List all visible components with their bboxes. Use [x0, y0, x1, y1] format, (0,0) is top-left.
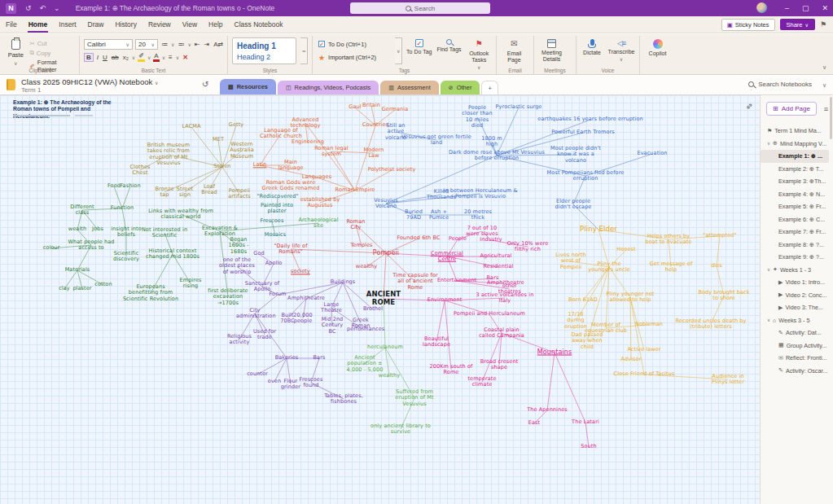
mindmap-node[interactable]: Frescoes: [261, 218, 284, 224]
tab-other[interactable]: ⊘Other: [441, 81, 480, 94]
menu-file[interactable]: File: [0, 16, 23, 33]
back-icon[interactable]: ↺: [25, 4, 32, 12]
mindmap-node[interactable]: Beautiful landscape: [417, 336, 456, 348]
mindmap-node[interactable]: Environment: [423, 297, 466, 303]
mindmap-node[interactable]: dies: [711, 263, 722, 269]
strikethrough-button[interactable]: ab: [111, 54, 120, 61]
mindmap-node[interactable]: Modern Law: [361, 147, 387, 160]
menu-review[interactable]: Review: [142, 16, 177, 33]
mindmap-node[interactable]: Commercial Centre: [426, 251, 468, 263]
mindmap-node[interactable]: Pyroclastic surge: [485, 104, 552, 110]
mindmap-node[interactable]: wealthy: [379, 373, 400, 379]
mindmap-node[interactable]: counter: [247, 371, 268, 377]
mindmap-node[interactable]: only ancient library to survive: [363, 423, 438, 436]
mindmap-node[interactable]: Historical context changed mid 1800s: [139, 248, 206, 261]
mindmap-node[interactable]: Gaul: [349, 104, 361, 110]
page-list-item[interactable]: Example 7: ⊕ Fr...: [761, 226, 829, 239]
outdent-button[interactable]: ⇤: [194, 41, 201, 48]
page-list-item[interactable]: Example 8: ⊕ ?...: [761, 239, 829, 252]
copy-button[interactable]: ⧉Copy: [30, 49, 76, 57]
mindmap-node[interactable]: wealthy: [356, 264, 377, 270]
mindmap-node[interactable]: Vesuvius Volcano: [369, 198, 403, 210]
mindmap-node[interactable]: Excavation & Exploration: [199, 226, 241, 238]
mindmap-node[interactable]: Buildings: [331, 279, 356, 285]
add-page-button[interactable]: ⊞ Add Page: [766, 102, 817, 116]
mindmap-node[interactable]: Main language: [274, 160, 308, 172]
mindmap-node[interactable]: Mountains: [537, 349, 572, 357]
mindmap-node[interactable]: Agricultural: [479, 253, 513, 259]
mindmap-node[interactable]: Entertainment: [432, 278, 482, 283]
dictate-button[interactable]: Dictate: [581, 37, 603, 56]
mindmap-node[interactable]: Temples: [350, 243, 372, 248]
mindmap-node[interactable]: Tables, plates, fishbones: [318, 393, 369, 405]
mindmap-node[interactable]: Getty: [229, 122, 243, 128]
chevron-down-icon[interactable]: ∨: [767, 318, 770, 322]
mindmap-node[interactable]: 3 active volcanoes in Italy: [471, 292, 538, 305]
sidebar-scrollbar[interactable]: [830, 97, 832, 139]
mindmap-node[interactable]: Britain: [362, 103, 380, 108]
menu-view[interactable]: View: [177, 16, 203, 33]
mindmap-node[interactable]: Amphitheatre: [287, 296, 325, 301]
mindmap-node[interactable]: herculaneum: [360, 344, 410, 350]
numbering-button[interactable]: ≕: [177, 41, 185, 48]
cut-button[interactable]: ✂Cut: [30, 40, 76, 47]
mindmap-node[interactable]: Evacuation: [637, 151, 667, 156]
page-list-item[interactable]: ▶Video 3: The...: [761, 301, 829, 314]
mindmap-node[interactable]: People: [449, 236, 467, 242]
menu-home[interactable]: Home: [23, 16, 54, 33]
mindmap-node[interactable]: Latin: [253, 162, 267, 168]
mindmap-node[interactable]: Killed Thousands: [420, 189, 463, 201]
avatar[interactable]: [756, 2, 767, 13]
mindmap-node[interactable]: What people had access to: [67, 239, 116, 252]
mindmap-node[interactable]: Buried 79AD: [398, 209, 429, 221]
mindmap-node[interactable]: Pompeii and Herculaneum: [452, 311, 527, 317]
share-button[interactable]: Share ∨: [780, 19, 815, 30]
mindmap-node[interactable]: Pompeii artifacts: [222, 188, 256, 200]
format-options-button[interactable]: A⇄: [213, 41, 224, 48]
mindmap-node[interactable]: Germania: [382, 107, 409, 112]
font-size-select[interactable]: 20∨: [135, 39, 158, 50]
undo-icon[interactable]: ↺: [202, 80, 208, 89]
mindmap-node[interactable]: Audience in Plinys letter: [707, 374, 749, 386]
menu-help[interactable]: Help: [203, 16, 228, 33]
clear-formatting-button[interactable]: ✕: [182, 54, 189, 61]
page-list-item[interactable]: ✎Activity: Dat...: [761, 327, 829, 340]
mindmap-node[interactable]: The Latari: [571, 419, 600, 425]
mindmap-node[interactable]: Archaeological site: [297, 217, 340, 230]
mindmap-node[interactable]: Advisor: [621, 357, 642, 362]
mindmap-node[interactable]: Ash + Pumice: [426, 209, 452, 221]
notebook-title[interactable]: Class 2025 09HIC12 (VWA) Notebook ∨: [21, 77, 158, 86]
mindmap-node[interactable]: Dark dome rose above Mt Vesuvius before …: [443, 150, 550, 162]
underline-button[interactable]: U: [102, 54, 108, 61]
heading1-style[interactable]: Heading 1: [237, 42, 292, 50]
mindmap-node[interactable]: Jobs: [92, 226, 103, 232]
chevron-down-icon[interactable]: ∨: [767, 141, 770, 146]
page-list-item[interactable]: Example 4: ⊕ N...: [761, 188, 829, 201]
mindmap-node[interactable]: Coastal plain called Campania: [476, 327, 527, 340]
mindmap-node[interactable]: Large Theatre: [317, 302, 346, 314]
mindmap-node[interactable]: 200Km south of Rome: [427, 364, 475, 376]
mindmap-node[interactable]: MET: [213, 137, 224, 142]
mindmap-node[interactable]: Different class: [66, 204, 99, 217]
page-list-item[interactable]: Example 9: ⊕ ?...: [761, 251, 829, 264]
mindmap-node[interactable]: Founded 6th BC: [389, 235, 448, 241]
mindmap-node[interactable]: Pliny Elder: [580, 226, 617, 234]
notes-canvas[interactable]: Example 1: ⊕ The Archaeology of the Roma…: [0, 95, 760, 504]
mindmap-node[interactable]: Roman City: [343, 219, 369, 231]
mindmap-node[interactable]: Bakeries: [275, 355, 299, 361]
indent-button[interactable]: ⇥: [204, 41, 211, 48]
tab-resources[interactable]: ▤Resources: [220, 79, 276, 94]
mindmap-node[interactable]: LACMA: [182, 124, 200, 129]
mindmap-node[interactable]: Language of Catholic church: [258, 128, 304, 140]
mindmap-node[interactable]: Active lawer: [623, 347, 665, 353]
styles-scroll[interactable]: ≂: [300, 37, 308, 64]
tags-scroll[interactable]: ∨: [395, 37, 402, 64]
mindmap-node[interactable]: Loaf Bread: [198, 184, 221, 196]
page-list-item[interactable]: ✉Reflect: Fronti...: [761, 352, 829, 365]
font-color-button[interactable]: A: [153, 52, 159, 62]
sticky-notes-button[interactable]: ▣ Sticky Notes: [721, 19, 775, 31]
mindmap-node[interactable]: Forum: [269, 291, 286, 297]
menu-insert[interactable]: Insert: [53, 16, 81, 33]
mindmap-node[interactable]: Food: [107, 183, 121, 189]
search-input[interactable]: Search: [350, 2, 490, 14]
